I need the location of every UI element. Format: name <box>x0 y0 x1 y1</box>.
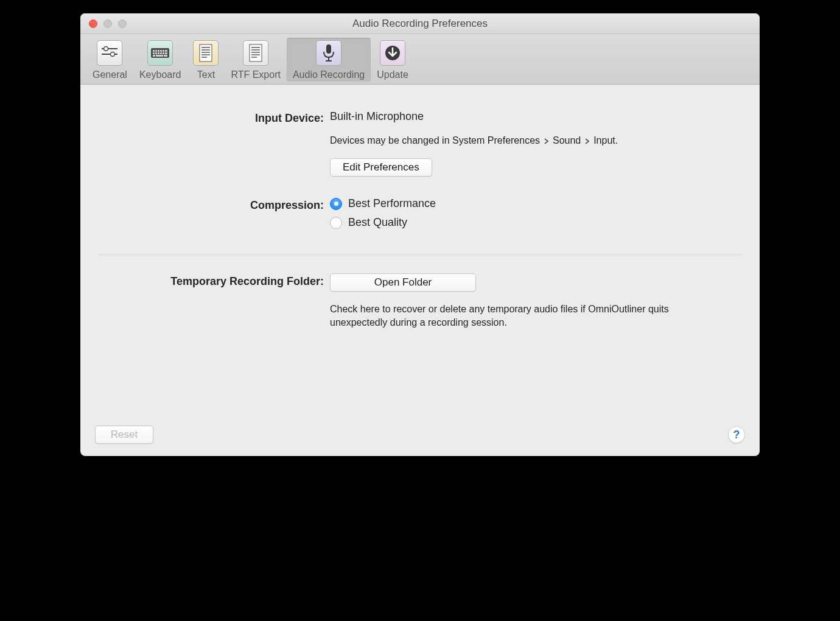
svg-rect-17 <box>153 55 155 57</box>
tab-label: Keyboard <box>139 69 181 80</box>
tab-label: Update <box>377 69 408 80</box>
tab-general[interactable]: General <box>86 38 133 82</box>
svg-rect-15 <box>163 52 164 54</box>
input-device-hint: Devices may be changed in System Prefere… <box>330 134 741 147</box>
compression-option-best-quality[interactable]: Best Quality <box>330 216 741 229</box>
svg-point-3 <box>111 52 115 57</box>
text-icon <box>193 40 219 66</box>
preferences-toolbar: General Keyboard <box>80 34 760 85</box>
microphone-icon <box>316 40 341 66</box>
window-controls <box>89 13 127 33</box>
close-icon[interactable] <box>89 19 97 28</box>
divider <box>99 254 741 255</box>
svg-rect-8 <box>160 50 162 52</box>
tab-audio-recording[interactable]: Audio Recording <box>287 38 371 82</box>
input-device-value: Built-in Microphone <box>330 110 741 123</box>
compression-label: Compression: <box>99 197 330 235</box>
open-folder-button[interactable]: Open Folder <box>330 273 476 292</box>
tab-rtf-export[interactable]: RTF Export <box>225 38 287 82</box>
maximize-icon[interactable] <box>118 19 127 28</box>
tab-label: General <box>93 69 127 80</box>
svg-rect-7 <box>158 50 159 52</box>
chevron-right-icon <box>585 138 590 144</box>
svg-point-1 <box>104 47 108 51</box>
help-button[interactable]: ? <box>728 426 745 443</box>
window-title: Audio Recording Preferences <box>80 18 760 30</box>
keyboard-icon <box>147 40 173 66</box>
temp-folder-hint: Check here to recover or delete any temp… <box>330 303 671 329</box>
tab-label: Text <box>197 69 215 80</box>
svg-rect-11 <box>153 52 155 54</box>
reset-button[interactable]: Reset <box>95 426 153 444</box>
tab-text[interactable]: Text <box>187 38 225 82</box>
tab-update[interactable]: Update <box>371 38 415 82</box>
tab-keyboard[interactable]: Keyboard <box>133 38 187 82</box>
tab-label: Audio Recording <box>293 69 365 80</box>
titlebar[interactable]: Audio Recording Preferences <box>80 13 760 34</box>
preferences-window: Audio Recording Preferences General <box>80 13 760 456</box>
svg-rect-16 <box>165 52 167 54</box>
chevron-right-icon <box>544 138 549 144</box>
radio-label: Best Performance <box>348 197 436 210</box>
compression-option-best-performance[interactable]: Best Performance <box>330 197 741 210</box>
svg-rect-13 <box>158 52 159 54</box>
svg-rect-12 <box>155 52 157 54</box>
svg-rect-9 <box>163 50 164 52</box>
svg-rect-32 <box>326 44 331 54</box>
svg-rect-6 <box>155 50 157 52</box>
content-pane: Input Device: Built-in Microphone Device… <box>80 85 760 456</box>
minimize-icon[interactable] <box>103 19 112 28</box>
download-icon <box>380 40 405 66</box>
radio-checked-icon[interactable] <box>330 198 342 210</box>
rtf-export-icon <box>243 40 268 66</box>
radio-label: Best Quality <box>348 216 407 229</box>
svg-rect-26 <box>250 44 262 61</box>
temp-folder-label: Temporary Recording Folder: <box>99 273 330 340</box>
svg-rect-5 <box>153 50 155 52</box>
sliders-icon <box>97 40 122 66</box>
svg-rect-20 <box>200 44 212 61</box>
edit-preferences-button[interactable]: Edit Preferences <box>330 158 432 177</box>
tab-label: RTF Export <box>231 69 281 80</box>
svg-rect-19 <box>164 55 167 57</box>
input-device-label: Input Device: <box>99 110 330 177</box>
svg-rect-18 <box>156 55 163 57</box>
svg-rect-10 <box>165 50 167 52</box>
radio-unchecked-icon[interactable] <box>330 217 342 229</box>
svg-rect-14 <box>160 52 162 54</box>
